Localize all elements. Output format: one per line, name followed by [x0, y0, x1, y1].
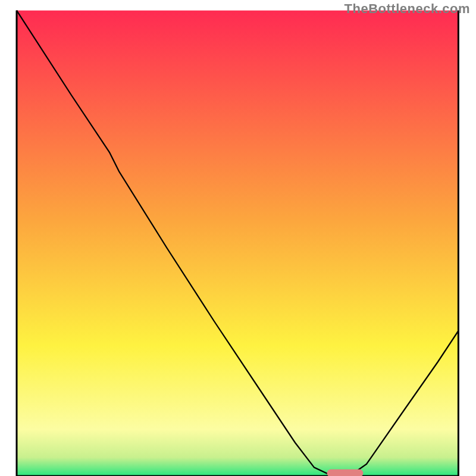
chart-svg [0, 0, 476, 476]
bottleneck-chart: TheBottleneck.com [0, 0, 476, 476]
watermark-text: TheBottleneck.com [345, 1, 470, 17]
gradient-rect [17, 11, 458, 476]
